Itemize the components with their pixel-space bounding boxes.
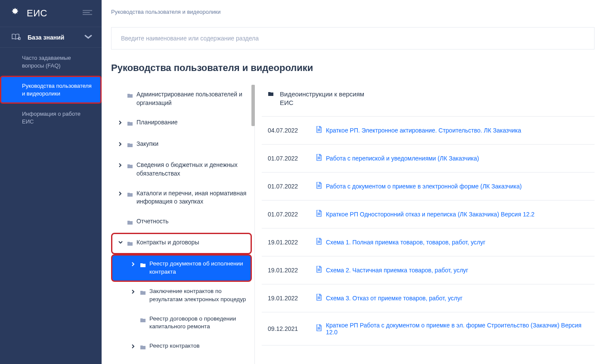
folder-icon [127,238,133,249]
tree-node[interactable]: Реестр договоров о проведении капитально… [111,309,252,337]
document-icon [316,266,322,275]
sidebar-item[interactable]: Руководства пользователя и видеоролики [0,76,102,104]
folder-icon [127,140,133,150]
knowledge-base-label: База знаний [28,34,64,41]
doc-row: 09.12.2021Краткое РП Работа с документом… [262,312,595,345]
folder-icon [127,161,133,171]
document-icon [316,210,322,219]
document-icon [316,182,322,191]
doc-link[interactable]: Схема 2. Частичная приемка товаров, рабо… [326,267,468,274]
chevron-icon [130,342,136,349]
book-icon [11,33,21,41]
tree-pane: Администрирование пользователей и органи… [111,85,255,364]
tree-node[interactable]: Реестр документов об исполнении контракт… [111,254,252,282]
list-header-title: Видеоинструкции к версиям ЕИС [280,90,370,108]
doc-date: 09.12.2021 [268,325,304,332]
chevron-down-icon [84,33,93,41]
doc-date: 04.07.2022 [268,127,304,134]
knowledge-base-toggle[interactable]: База знаний [0,27,102,48]
doc-link[interactable]: Краткое РП Работа с документом о приемке… [326,322,595,336]
doc-row: 01.07.2022Работа с документом о приемке … [262,173,595,201]
tree-node[interactable]: Планирование [111,113,252,134]
doc-date: 19.01.2022 [268,295,304,302]
doc-date: 19.01.2022 [268,267,304,274]
document-icon [316,154,322,163]
tree-node-label: Контракты и договоры [136,238,251,247]
tree-node-label: Реестр договоров о проведении капитально… [149,315,251,331]
tree-node-label: Реестр контрактов [149,342,251,350]
chevron-icon [130,315,136,317]
list-pane: Видеоинструкции к версиям ЕИС 04.07.2022… [262,85,595,364]
sidebar: ЕИС База знаний Часто задаваемые вопросы… [0,0,102,364]
tree-node-label: Администрирование пользователей и органи… [136,90,251,107]
sidebar-item[interactable]: Информация о работе ЕИС [0,104,102,132]
chevron-icon [130,260,136,267]
chevron-icon [130,287,136,294]
tree-node[interactable]: Каталоги и перечни, иная нормативная инф… [111,184,252,212]
folder-icon [127,118,133,129]
search-input[interactable] [111,27,595,49]
menu-icon[interactable] [83,9,92,17]
tree-node[interactable]: Закупки [111,134,252,156]
doc-row: 04.07.2022Краткое РП. Электронное актиро… [262,117,595,145]
content-panes: Администрирование пользователей и органи… [102,85,604,364]
folder-icon [140,315,146,325]
doc-date: 01.07.2022 [268,155,304,162]
tree-node-label: Планирование [136,118,251,127]
tree-node-label: Каталоги и перечни, иная нормативная инф… [136,189,251,206]
folder-icon [127,189,133,200]
document-icon [316,238,322,247]
tree-node-label: Закупки [136,140,251,148]
chevron-icon [118,217,124,219]
folder-icon [140,260,146,270]
doc-link[interactable]: Работа с документом о приемке в электрон… [326,183,522,190]
breadcrumb: Руководства пользователя и видеоролики [102,0,604,27]
folder-icon [268,90,274,98]
doc-row: 19.01.2022Схема 1. Полная приемка товаро… [262,228,595,256]
folder-icon [140,287,146,298]
folder-icon [127,217,133,228]
search-wrap [102,27,604,62]
sidebar-item[interactable]: Часто задаваемые вопросы (FAQ) [0,48,102,76]
chevron-icon [118,238,124,245]
tree-node[interactable]: Контракты и договоры [111,233,252,254]
doc-row: 19.01.2022Схема 2. Частичная приемка тов… [262,256,595,284]
tree-node[interactable]: Реестр контрактов [111,336,252,358]
folder-icon [140,342,146,352]
folder-icon [127,90,133,101]
doc-link[interactable]: Краткое РП. Электронное актирование. Стр… [326,127,521,134]
nav-list: Часто задаваемые вопросы (FAQ)Руководств… [0,48,102,132]
doc-date: 01.07.2022 [268,211,304,218]
tree-node-label: Сведения о бюджетных и денежных обязател… [136,161,251,178]
doc-link[interactable]: Схема 3. Отказ от приемке товаров, работ… [326,295,462,302]
doc-date: 01.07.2022 [268,183,304,190]
main: Руководства пользователя и видеоролики Р… [102,0,604,364]
doc-date: 19.01.2022 [268,239,304,246]
brand-title: ЕИС [27,8,47,19]
doc-row: 19.01.2022Схема 3. Отказ от приемке това… [262,284,595,312]
brand: ЕИС [0,0,102,27]
tree-node[interactable]: Отчетность [111,212,252,233]
tree-node[interactable]: Администрирование пользователей и органи… [111,85,252,113]
chevron-icon [118,90,124,92]
tree-node-label: Реестр документов об исполнении контракт… [149,260,251,276]
document-icon [316,294,322,302]
scrollbar[interactable] [251,85,255,364]
doc-row: 01.07.2022Краткое РП Односторонний отказ… [262,201,595,228]
tree-node[interactable]: Сведения о бюджетных и денежных обязател… [111,155,252,183]
doc-link[interactable]: Краткое РП Односторонний отказ и перепис… [326,211,535,218]
chevron-icon [118,140,124,147]
document-icon [316,126,322,135]
chevron-icon [118,118,124,125]
tree-node-label: Заключение контрактов по результатам эле… [149,287,251,304]
chevron-icon [118,189,124,196]
chevron-icon [118,161,124,168]
page-title: Руководства пользователя и видеоролики [102,62,604,85]
tree-node[interactable]: Заключение контрактов по результатам эле… [111,282,252,309]
list-header: Видеоинструкции к версиям ЕИС [262,85,595,117]
doc-row: 01.07.2022Работа с перепиской и уведомле… [262,145,595,173]
doc-link[interactable]: Работа с перепиской и уведомлениями (ЛК … [326,155,479,162]
document-icon [316,324,322,333]
doc-link[interactable]: Схема 1. Полная приемка товаров, товаров… [326,239,486,246]
brand-emblem-icon [9,7,21,20]
